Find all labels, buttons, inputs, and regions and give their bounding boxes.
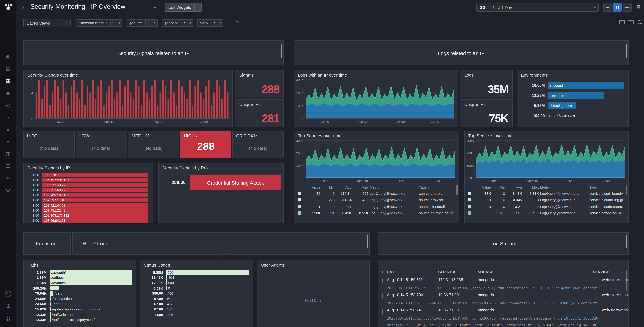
toplist-row[interactable]: 5.89K0 <box>143 286 249 291</box>
datadog-logo[interactable] <box>5 4 12 11</box>
help-icon[interactable]: ? <box>0 288 16 300</box>
integrations-icon[interactable]: ■ <box>0 124 16 136</box>
toplist-row[interactable]: 51.42K404 <box>143 275 249 280</box>
scrollbar[interactable] <box>281 44 282 58</box>
severity-infos[interactable]: INFOs(No data) <box>23 130 74 158</box>
log-entry[interactable]: Aug 10 14:51:58.74110.36.71.30mongodbweb… <box>382 307 628 327</box>
user-icon[interactable] <box>0 300 16 312</box>
events-icon[interactable]: ▤ <box>0 63 16 75</box>
time-back-button[interactable]: ◀◀ <box>603 3 612 12</box>
toplist-row[interactable]: 12.33K/api/welcome <box>27 312 132 317</box>
log-entry[interactable]: Aug 10 14:51:59.311172.31.13.236mongodbw… <box>382 277 628 292</box>
security-icon[interactable]: ◇ <box>0 172 16 184</box>
monitors-icon[interactable]: ◎ <box>0 99 16 111</box>
top-services-area-chart[interactable]: 300K200K100K0K18:00Mon 1006:0012:00 <box>466 140 625 183</box>
settings-icon[interactable]: ⚙ <box>0 184 16 196</box>
template-variable[interactable]: $network.client.ip*▾ <box>76 19 122 27</box>
toplist-row[interactable]: 1.00107.33.118.18 <box>26 198 148 203</box>
dashboards-icon[interactable]: ▦ <box>0 75 16 87</box>
toplist-row[interactable]: 1.00103.218.7.1 <box>26 172 148 178</box>
scrollbar[interactable] <box>456 185 458 195</box>
toplist-row[interactable]: 5.98Mdatad0g.com <box>520 100 624 111</box>
scrollbar[interactable] <box>626 44 628 58</box>
legend-row[interactable]: 4.38K03.48K5.31KLogQuery[@network.cl...s… <box>468 190 623 196</box>
watchdog-icon[interactable]: ◉ <box>0 50 16 63</box>
saved-views-select[interactable]: Saved Views ▾ <box>23 19 70 27</box>
toplist-row[interactable]: 1.85M/coffees <box>27 275 132 280</box>
toplist-row[interactable]: 15.82K/api/auto-process/refund/break <box>27 306 132 312</box>
time-forward-button[interactable]: ◀◀ <box>623 3 632 12</box>
favorite-star-icon[interactable]: ☆ <box>20 4 25 10</box>
time-pause-button[interactable] <box>613 3 622 12</box>
toplist-row[interactable]: 67.00403 <box>143 301 249 306</box>
column-service[interactable]: SERVICE <box>593 270 609 274</box>
toplist-row[interactable]: 208.20K* <box>27 286 132 291</box>
logs-area-chart[interactable]: 300K200K100K0K18:00Mon 1006:0012:00 <box>296 80 454 124</box>
toplist-row[interactable]: 1.00107.75.122.48 <box>26 208 148 213</box>
column-client-ip[interactable]: CLIENT IP <box>438 270 456 274</box>
toplist-row[interactable]: 1.00104.137.234.127 <box>26 178 148 182</box>
scrollbar[interactable] <box>626 234 628 248</box>
fullscreen-icon[interactable] <box>628 20 634 24</box>
top-sources-area-chart[interactable]: 300K200K100K0K18:00Mon 1006:0012:00 <box>296 140 456 183</box>
apm-icon[interactable]: ✦ <box>0 136 16 148</box>
severity-lows[interactable]: LOWs(No data) <box>76 130 127 158</box>
toplist-row[interactable]: 1.00108.103.176.132 <box>26 213 148 218</box>
toplist-row[interactable]: 1.00107.42.144.62 <box>26 203 148 208</box>
toplist-row[interactable]: 157.00502 <box>143 296 249 301</box>
template-variable[interactable]: $source*▾ <box>126 19 158 27</box>
legend-row[interactable]: 100.413LogQuery[@network...source:cloudt… <box>298 203 454 210</box>
severity-mediums[interactable]: MEDIUMs(No data) <box>128 130 179 158</box>
toplist-row[interactable]: 1.85M/api/auth/ <box>27 270 132 275</box>
severity-criticals[interactable]: CRITICALs(No data) <box>232 130 284 158</box>
scrollbar[interactable] <box>367 234 368 248</box>
template-variable[interactable]: $env*▾ <box>197 19 223 27</box>
metrics-icon[interactable]: ◔ <box>0 111 16 124</box>
legend-row[interactable]: 308225314.84428LogQuery[@network...sourc… <box>298 196 454 203</box>
tv-mode-icon[interactable] <box>619 20 625 24</box>
toplist-row[interactable]: 1.00105.37.149.225 <box>26 182 148 188</box>
toplist-row[interactable]: 5.88M200 <box>143 270 249 275</box>
toplist-row[interactable]: 17.20K500 <box>143 280 249 285</box>
toplist-row[interactable]: 12.33K/api/auto-process/payment/ <box>27 317 132 322</box>
toplist-row[interactable]: 1.00105.75.160.128 <box>26 188 148 193</box>
toplist-row[interactable]: 24.66K/bad <box>27 301 132 306</box>
edit-widgets-button[interactable]: Edit Widgets + <box>165 3 202 12</box>
toplist-row[interactable]: 14.00405 <box>143 312 249 317</box>
toplist-row[interactable]: 1.00108.66.94.151 <box>26 218 148 223</box>
security-signals-bar-chart[interactable]: 642018:00Mon 1006:0012:00 <box>25 80 229 124</box>
legend-row[interactable]: 000.2112LogQuery[@network.cl...service:c… <box>468 203 623 210</box>
legend-row[interactable]: 8.3K4.01K6.41K8.48KLogQuery[@network.cl.… <box>468 210 623 216</box>
column-date[interactable]: DATE <box>387 270 397 274</box>
gear-icon[interactable]: ⚙ <box>636 4 641 10</box>
toplist-row[interactable]: 24.66K/send/notice <box>27 296 132 301</box>
sort-arrow-icon[interactable]: ↓ <box>382 270 384 274</box>
toplist-row[interactable]: 358.00400 <box>143 291 249 296</box>
logs-icon[interactable]: ☰ <box>0 160 16 172</box>
time-range-select[interactable]: 1d Past 1 Day ▾ <box>476 3 599 12</box>
legend-row[interactable]: 7.58K3.55K6.42K8.51KLogQuery[@network...… <box>298 210 454 216</box>
column-source[interactable]: SOURCE <box>478 270 494 274</box>
toplist-row[interactable]: 1.00106.205.183.161 <box>26 193 148 198</box>
toplist-row[interactable]: 12.22Mforrester <box>520 90 624 100</box>
toplist-row[interactable]: 16.66Mshop.ist <box>520 80 624 90</box>
scrollbar[interactable] <box>626 185 628 195</box>
add-widget-plus-icon[interactable]: + <box>194 3 202 12</box>
edit-variables-pencil-icon[interactable]: ✎ <box>236 20 240 25</box>
toplist-row[interactable]: 67.00503 <box>143 306 249 312</box>
rule-bar[interactable]: Credential Stuffing Attack <box>190 175 281 190</box>
bits-icon[interactable] <box>0 312 16 324</box>
legend-row[interactable]: 000.04513LogQuery[@network.cl...service:… <box>468 196 623 203</box>
scrollbar[interactable] <box>626 270 628 290</box>
notebooks-icon[interactable]: ▥ <box>0 148 16 160</box>
toplist-row[interactable]: 1.84M/favorites <box>27 280 132 285</box>
toplist-row[interactable]: 194.00env:k8s-cluster <box>520 111 624 121</box>
legend-row[interactable]: 300139.14296LogQuery[@network...source:a… <box>298 190 454 196</box>
title-chevron-down-icon[interactable]: ▾ <box>154 5 156 10</box>
infrastructure-icon[interactable]: ◆ <box>0 87 16 99</box>
search-icon[interactable] <box>638 20 641 24</box>
toplist-row[interactable]: 78.84K/cart <box>27 291 132 296</box>
template-variable[interactable]: $service*▾ <box>162 19 193 27</box>
severity-highs[interactable]: HIGHs288 <box>180 130 232 158</box>
log-entry[interactable]: Aug 10 14:51:58.79610.36.71.30mongodbweb… <box>382 292 628 307</box>
